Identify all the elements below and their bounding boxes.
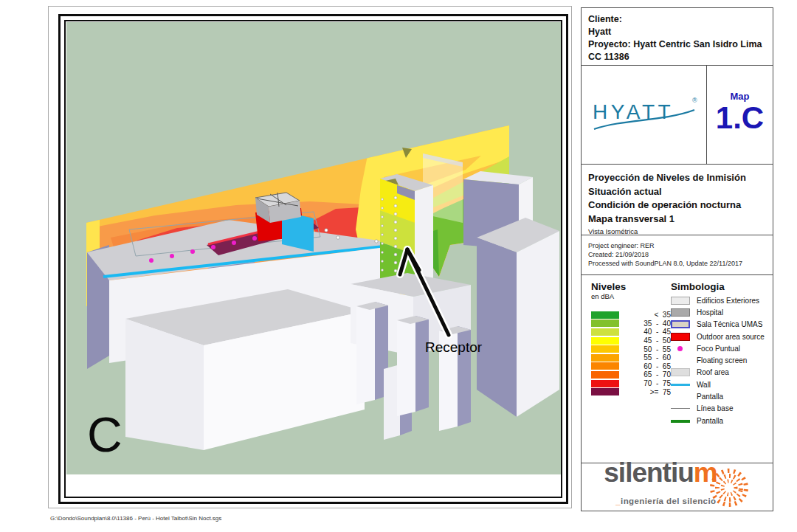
symbology-item: Floating screen	[671, 354, 765, 366]
symbology-legend: Simbologia Edificios Exteriores Hospital…	[671, 281, 765, 426]
cc-line: CC 11386	[588, 51, 766, 63]
green-screen-symbol	[671, 417, 690, 425]
client-box: Cliente: Hyatt Proyecto: Hyatt Centric S…	[582, 8, 773, 66]
outdoor-area-source-swatch	[671, 333, 690, 341]
engineer-line: Project engineer: RER	[588, 241, 766, 250]
point-source-dot	[677, 346, 683, 351]
floating-screen-symbol	[671, 356, 690, 365]
logo-map-box: HYATT ® Map 1.C	[582, 66, 773, 165]
wall-line	[671, 384, 690, 386]
project-line: Proyecto: Hyatt Centric San Isidro Lima	[588, 38, 766, 51]
symbology-item: Outdoor area source	[671, 331, 765, 342]
screen-line-symbol	[671, 393, 690, 401]
noise-map-view: C Receptor	[66, 22, 561, 497]
levels-title: Niveles	[591, 281, 626, 292]
legend-row: 45 - 50	[591, 336, 671, 345]
title-block-panel: Cliente: Hyatt Proyecto: Hyatt Centric S…	[581, 7, 773, 511]
silentium-logo: silentium _ingeniería del silencio	[604, 460, 750, 514]
hospital-swatch	[671, 308, 690, 317]
legend-swatch	[591, 354, 619, 362]
description-box: Proyección de Niveles de Inmisión Situac…	[582, 165, 773, 235]
created-line: Created: 21/09/2018	[588, 250, 766, 259]
wall-line-symbol	[671, 381, 690, 389]
symbology-item: Roof area	[671, 367, 765, 379]
symbology-item: Hospital	[671, 306, 765, 318]
report-sheet: C Receptor Cliente: Hyatt Proyecto: Hyat…	[0, 0, 797, 532]
legend-row: 65 - 70	[591, 370, 671, 379]
legend-swatch	[591, 328, 619, 336]
legend-row: 55 - 60	[591, 353, 671, 362]
legend-row: 60 - 65	[591, 362, 671, 371]
legend-swatch	[591, 371, 619, 379]
baseline-line	[671, 408, 690, 409]
legend-swatch	[591, 380, 619, 387]
silentium-wordmark-accent: m	[694, 457, 717, 488]
symbology-item: Wall	[671, 379, 765, 390]
legend-row: 70 - 75	[591, 379, 671, 388]
levels-scale: < 35 35 - 40 40 - 45 45 - 50 50 - 55 55 …	[591, 311, 671, 396]
levels-legend: Niveles en dBA	[591, 281, 626, 300]
point-source-symbol	[671, 345, 690, 353]
description-line: Condición de operación nocturna	[588, 198, 766, 213]
sala-tecnica-swatch	[671, 320, 690, 328]
legend-row: 40 - 45	[591, 328, 671, 336]
processed-line: Processed with SoundPLAN 8.0, Update 22/…	[588, 259, 766, 268]
legend-row: >= 75	[591, 387, 671, 396]
map-number: 1.C	[707, 102, 773, 134]
hyatt-logo: HYATT ®	[588, 92, 700, 138]
legend-swatch	[591, 311, 619, 319]
meta-box: Project engineer: RER Created: 21/09/201…	[582, 235, 773, 275]
client-name: Hyatt	[588, 26, 766, 38]
source-file-path: G:\Dondo\Soundplan\8.0\11386 - Perú - Ho…	[50, 515, 221, 522]
symbology-item: Línea base	[671, 403, 765, 415]
legend-swatch	[591, 345, 619, 353]
legend-row: < 35	[591, 311, 671, 319]
silentium-tagline: _ingeniería del silencio	[604, 488, 717, 514]
hyatt-logo-cell: HYATT ®	[582, 66, 707, 164]
hyatt-logo-text: HYATT	[593, 100, 674, 123]
company-logo-box: silentium _ingeniería del silencio	[582, 463, 773, 511]
description-line: Situación actual	[588, 185, 766, 199]
symbology-title: Simbologia	[671, 281, 765, 292]
symbology-item: Foco Puntual	[671, 342, 765, 354]
description-line: Proyección de Niveles de Inmisión	[588, 171, 766, 185]
isometric-noise-map: C Receptor	[66, 22, 561, 497]
baseline-symbol	[671, 404, 690, 412]
legend-row: 50 - 55	[591, 345, 671, 353]
legend-swatch	[591, 362, 619, 370]
symbology-item: Sala Técnica UMAS	[671, 319, 765, 331]
symbology-item: Pantalla	[671, 390, 765, 402]
legend-swatch	[591, 337, 619, 345]
map-margin-strip	[66, 474, 561, 497]
legend-row: 35 - 40	[591, 319, 671, 328]
registered-mark: ®	[692, 97, 697, 104]
legend-box: Niveles en dBA < 35 35 - 40 40 - 45 45 -…	[582, 275, 773, 463]
client-label: Cliente:	[588, 13, 766, 26]
building-exterior-swatch	[671, 297, 690, 305]
roof-area-swatch	[671, 368, 690, 376]
levels-subtitle: en dBA	[591, 292, 626, 300]
view-type-line: Vista Isométrica	[588, 227, 766, 235]
silentium-wordmark: silentiu	[604, 457, 694, 488]
legend-swatch	[591, 388, 619, 395]
receptor-label: Receptor	[425, 339, 483, 355]
symbology-item: Pantalla	[671, 415, 765, 426]
map-number-cell: Map 1.C	[707, 66, 773, 164]
green-screen-line	[671, 420, 690, 423]
map-corner-letter: C	[87, 407, 123, 462]
description-line: Mapa transversal 1	[588, 213, 766, 227]
legend-swatch	[591, 319, 619, 327]
symbology-item: Edificios Exteriores	[671, 294, 765, 306]
